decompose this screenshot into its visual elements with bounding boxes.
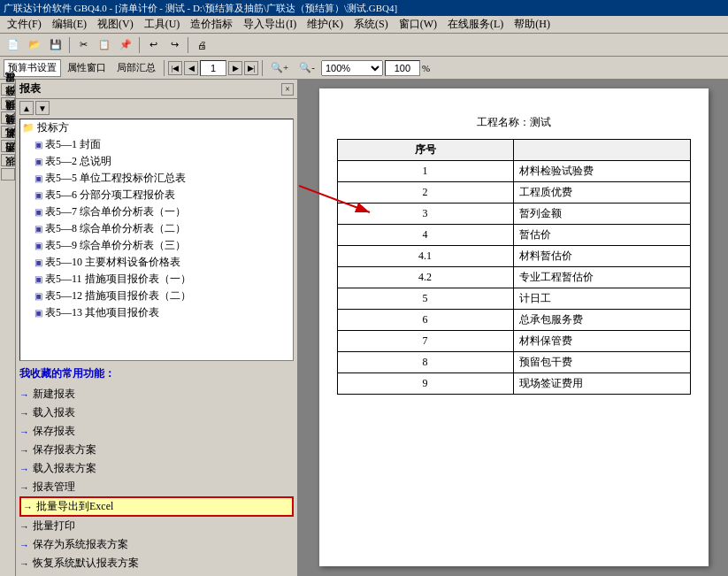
functions-list: →新建报表→载入报表→保存报表→保存报表方案→载入报表方案→报表管理→批量导出到… — [19, 385, 294, 572]
tree-item-3[interactable]: ▣表5—5 单位工程投标价汇总表 — [20, 170, 293, 187]
prev-page-btn[interactable]: ◀ — [184, 61, 198, 75]
cell-name: 材料保管费 — [513, 331, 690, 352]
func-item-9[interactable]: →恢复系统默认报表方案 — [19, 554, 294, 572]
func-item-1[interactable]: →载入报表 — [19, 403, 294, 422]
print-btn[interactable]: 🖨 — [192, 35, 211, 55]
tree-item-8[interactable]: ▣表5—10 主要材料设备价格表 — [20, 254, 293, 271]
panel-close-btn[interactable]: × — [281, 83, 294, 96]
func-item-0[interactable]: →新建报表 — [19, 385, 294, 403]
tree-down-btn[interactable]: ▼ — [35, 101, 50, 115]
left-tabs: 工程概况分部分项措施项目其他项目人材机汇总费用汇总报表 — [0, 80, 16, 576]
tree-item-5[interactable]: ▣表5—7 综合单价分析表（一） — [20, 204, 293, 220]
preview-settings-btn[interactable]: 预算书设置 — [4, 59, 61, 77]
cut-btn[interactable]: ✂ — [73, 35, 93, 55]
zoom-input[interactable] — [385, 60, 420, 76]
paste-btn[interactable]: 📌 — [116, 35, 135, 55]
left-tab-3[interactable]: 其他项目 — [1, 126, 15, 138]
open-btn[interactable]: 📂 — [25, 35, 44, 55]
table-row: 3 暂列金额 — [337, 204, 690, 225]
left-tab-4[interactable]: 人材机汇总 — [1, 140, 15, 152]
sep1 — [69, 37, 70, 53]
table-row: 9 现场签证费用 — [337, 373, 690, 395]
tree-up-btn[interactable]: ▲ — [19, 101, 34, 115]
tree-item-9[interactable]: ▣表5—11 措施项目报价表（一） — [20, 271, 293, 288]
menu-item-help[interactable]: 帮助(H) — [509, 17, 556, 32]
table-row: 6 总承包服务费 — [337, 310, 690, 331]
zoom-out-btn[interactable]: 🔍- — [295, 59, 319, 77]
tree-area[interactable]: 📁投标方▣表5—1 封面▣表5—2 总说明▣表5—5 单位工程投标价汇总表▣表5… — [19, 119, 294, 361]
left-tab-2[interactable]: 措施项目 — [1, 111, 15, 124]
left-tab-1[interactable]: 分部分项 — [1, 97, 15, 110]
cell-name: 材料检验试验费 — [513, 161, 690, 182]
page-navigation: |◀ ◀ 1 ▶ ▶| — [168, 60, 258, 76]
cell-seq: 7 — [337, 331, 513, 352]
partial-summary-btn[interactable]: 局部汇总 — [112, 59, 160, 77]
func-item-3[interactable]: →保存报表方案 — [19, 441, 294, 459]
copy-btn[interactable]: 📋 — [95, 35, 114, 55]
func-item-2[interactable]: →保存报表 — [19, 422, 294, 441]
sep3 — [188, 37, 188, 53]
tree-item-10[interactable]: ▣表5—12 措施项目报价表（二） — [20, 288, 293, 304]
func-item-5[interactable]: →报表管理 — [19, 478, 294, 496]
first-page-btn[interactable]: |◀ — [168, 61, 182, 75]
menu-item-window[interactable]: 窗口(W) — [394, 17, 442, 32]
func-item-8[interactable]: →保存为系统报表方案 — [19, 535, 294, 554]
tree-item-2[interactable]: ▣表5—2 总说明 — [20, 153, 293, 170]
menu-item-file[interactable]: 文件(F) — [2, 17, 47, 32]
last-page-btn[interactable]: ▶| — [244, 61, 258, 75]
cell-seq: 6 — [337, 310, 513, 331]
cell-seq: 1 — [337, 161, 513, 182]
menu-item-index[interactable]: 造价指标 — [185, 17, 238, 32]
sep5 — [262, 60, 263, 76]
menu-item-edit[interactable]: 编辑(E) — [47, 17, 92, 32]
func-item-6[interactable]: →批量导出到Excel — [19, 496, 294, 517]
tree-item-1[interactable]: ▣表5—1 封面 — [20, 136, 293, 153]
table-row: 5 计日工 — [337, 288, 690, 310]
cell-seq: 4.1 — [337, 246, 513, 267]
new-btn[interactable]: 📄 — [4, 35, 23, 55]
zoom-unit: % — [422, 63, 430, 73]
cell-seq: 4.2 — [337, 267, 513, 288]
menu-item-system[interactable]: 系统(S) — [349, 17, 394, 32]
cell-seq: 4 — [337, 225, 513, 246]
table-row: 1 材料检验试验费 — [337, 161, 690, 182]
property-window-btn[interactable]: 属性窗口 — [63, 59, 111, 77]
table-body: 1 材料检验试验费2 工程质优费3 暂列金额4 暂估价4.1 材料暂估价4.2 … — [337, 161, 690, 395]
project-name: 工程名称：测试 — [337, 115, 691, 130]
menu-item-online[interactable]: 在线服务(L) — [442, 17, 509, 32]
tree-item-4[interactable]: ▣表5—6 分部分项工程报价表 — [20, 187, 293, 204]
sep2 — [139, 37, 140, 53]
panel-title: 报表 — [19, 81, 41, 96]
tree-item-6[interactable]: ▣表5—8 综合单价分析表（二） — [20, 220, 293, 237]
table-row: 4.2 专业工程暂估价 — [337, 267, 690, 288]
cell-seq: 9 — [337, 373, 513, 395]
cell-seq: 3 — [337, 204, 513, 225]
undo-btn[interactable]: ↩ — [143, 35, 163, 55]
page-input[interactable]: 1 — [200, 60, 226, 76]
table-row: 7 材料保管费 — [337, 331, 690, 352]
report-panel: 报表 × ▲ ▼ 📁投标方▣表5—1 封面▣表5—2 总说明▣表5—5 单位工程… — [16, 80, 299, 576]
functions-area: 我收藏的常用功能： →新建报表→载入报表→保存报表→保存报表方案→载入报表方案→… — [16, 363, 297, 576]
tree-item-11[interactable]: ▣表5—13 其他项目报价表 — [20, 304, 293, 321]
menu-item-tools[interactable]: 工具(U) — [139, 17, 186, 32]
col-seq: 序号 — [337, 140, 513, 161]
menu-item-maintain[interactable]: 维护(K) — [302, 17, 349, 32]
zoom-in-btn[interactable]: 🔍+ — [266, 59, 293, 77]
save-btn[interactable]: 💾 — [46, 35, 65, 55]
menu-item-import[interactable]: 导入导出(I) — [238, 17, 302, 32]
func-item-4[interactable]: →载入报表方案 — [19, 459, 294, 478]
left-tab-0[interactable]: 工程概况 — [1, 83, 15, 96]
content-area[interactable]: 工程名称：测试 序号 1 材料检验试验费2 工程质优费3 暂列金额4 暂估价4 — [299, 80, 728, 576]
title-bar: 广联达计价软件 GBQ4.0 - [清单计价 - 测试 - D:\预结算及抽筋\… — [0, 0, 728, 16]
zoom-select[interactable]: 自适应列宽 50% 75% 100% 125% 150% — [321, 60, 383, 76]
left-tab-6[interactable]: 报表 — [1, 168, 15, 180]
left-tab-5[interactable]: 费用汇总 — [1, 154, 15, 166]
sep4 — [164, 60, 165, 76]
tree-item-0[interactable]: 📁投标方 — [20, 119, 293, 136]
next-page-btn[interactable]: ▶ — [228, 61, 242, 75]
tree-item-7[interactable]: ▣表5—9 综合单价分析表（三） — [20, 237, 293, 254]
redo-btn[interactable]: ↪ — [165, 35, 184, 55]
functions-title: 我收藏的常用功能： — [19, 366, 294, 381]
menu-item-view[interactable]: 视图(V) — [92, 17, 139, 32]
func-item-7[interactable]: →批量打印 — [19, 517, 294, 535]
